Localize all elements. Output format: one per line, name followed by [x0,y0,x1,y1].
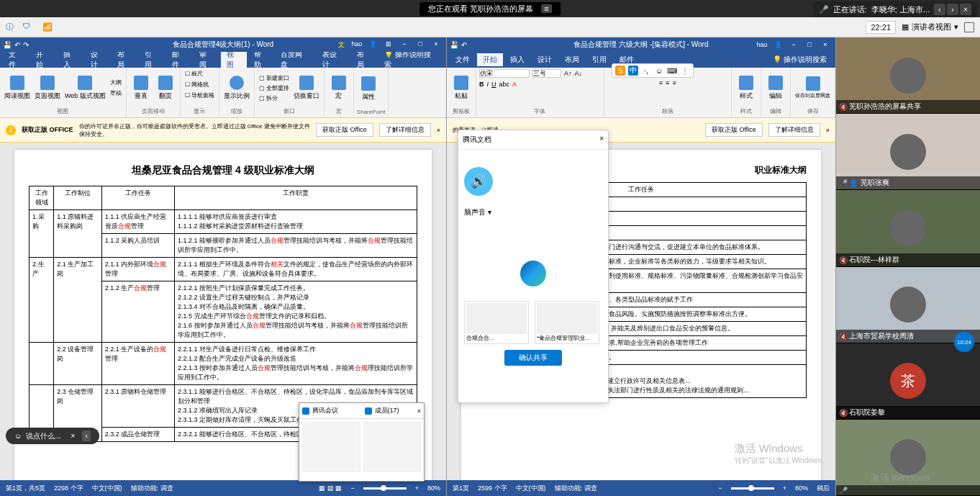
ime-logo-icon[interactable]: S [615,66,625,76]
account-icon[interactable]: 👤 [366,40,380,50]
font-color-icon[interactable]: A [512,81,517,88]
emoji-icon[interactable]: ☺ [14,432,22,440]
close-icon[interactable]: × [417,407,421,415]
macro-button[interactable]: 宏 [327,74,350,102]
italic-icon[interactable]: I [487,81,489,88]
edit-button[interactable]: 编辑 [764,74,787,102]
get-office-button[interactable]: 获取正版 Office [705,123,763,137]
minimize-icon[interactable]: − [786,41,801,48]
redo-icon[interactable]: ↷ [23,41,29,49]
save-icon[interactable]: 💾 [450,41,458,49]
split-button[interactable]: ▢ 拆分 [258,94,291,103]
view-mode-button[interactable]: ▦ 演讲者视图 ▾ [902,22,958,32]
share-thumb-1[interactable]: 合规合合... [464,301,529,344]
learn-more-button[interactable]: 了解详细信息 [768,123,820,137]
get-office-button[interactable]: 获取正版 Office [316,123,373,137]
zoom-level[interactable]: 80% [795,484,808,492]
ruler-checkbox[interactable]: ☐ 标尺 [183,69,204,78]
close-icon[interactable]: × [818,41,832,48]
learn-more-button[interactable]: 了解详细信息 [379,123,431,137]
participant-tile[interactable]: 茶🔇石职院姜黎 [836,343,980,420]
zoom-button[interactable]: 显示比例 [222,74,251,102]
close-warning-icon[interactable]: × [437,127,440,134]
close-warning-icon[interactable]: × [826,127,830,134]
shield-icon[interactable]: 🛡 [22,22,34,33]
participant-tile[interactable]: 🔇石职院---林祥群 [836,190,980,266]
switch-window-button[interactable]: 切换窗口 [292,74,321,102]
prev-speaker-icon[interactable]: ‹ [934,4,945,15]
nav-checkbox[interactable]: ☐ 导航窗格 [183,91,216,100]
property-button[interactable]: 属性 [357,75,380,103]
draft-button[interactable]: 草稿 [109,89,123,98]
font-select[interactable] [479,69,530,78]
font-shrink-icon[interactable]: A↓ [575,70,583,77]
tab-插入[interactable]: 插入 [504,53,530,66]
tab-设计[interactable]: 设计 [532,53,558,66]
align-right-icon[interactable]: ≡ [672,79,676,86]
chat-input-bar[interactable]: ☺ 说点什么... × ‹ [6,428,99,444]
edge-icon[interactable] [520,261,546,287]
page-view-button[interactable]: 页面视图 [33,74,62,102]
ime-punct-icon[interactable]: ·, [641,66,651,76]
word-count[interactable]: 2298 个字 [54,484,83,493]
signal-icon[interactable]: 📶 [42,22,53,32]
vertical-button[interactable]: 垂直 [130,74,153,102]
account-icon[interactable]: 👤 [771,41,785,48]
ime-toolbar[interactable]: S 中 ·, ☺ ⌨ ⋮ [612,63,694,78]
tab-布局[interactable]: 布局 [559,53,585,66]
user-icon[interactable]: hao [755,41,769,48]
close-icon[interactable]: × [429,40,443,50]
align-center-icon[interactable]: ≡ [666,79,669,86]
grid-checkbox[interactable]: ☐ 网格线 [183,80,210,89]
share-thumb-2[interactable]: *食品合规管理职业... [535,301,599,344]
preview-thumb-2[interactable] [363,422,422,472]
tab-开始[interactable]: 开始 [477,53,503,66]
dialog-tab[interactable]: 腾讯文档 [463,135,491,145]
underline-icon[interactable]: U [491,81,496,88]
preview-thumb-1[interactable] [302,422,360,472]
ribbon-options-icon[interactable]: ⊞ [381,40,396,50]
tab-文件[interactable]: 文件 [450,53,476,66]
info-icon[interactable]: ⓘ [6,22,14,32]
outline-button[interactable]: 大纲 [109,78,123,87]
accessibility-indicator[interactable]: 辅助功能: 调查 [131,484,173,493]
participant-tile[interactable]: 🔇上海市贸易学校周清 [836,267,980,343]
fullscreen-icon[interactable] [964,22,974,32]
floating-time-badge[interactable]: 10:24 [954,332,974,352]
ime-more-icon[interactable]: ⋮ [680,66,690,76]
close-icon[interactable]: × [599,135,604,145]
zoom-slider[interactable] [731,487,774,490]
language-indicator[interactable]: 中文(中国) [92,484,122,493]
save-baidu-button[interactable]: 保存到百度网盘 [794,75,832,101]
page-indicator[interactable]: 第1页 [453,484,469,493]
preview-tab-members[interactable]: 成员(17)× [362,403,425,418]
user-icon[interactable]: 文 [334,40,348,50]
language-indicator[interactable]: 中文(中国) [516,484,546,493]
page-indicator[interactable]: 第1页，共5页 [6,484,45,493]
ime-face-icon[interactable]: ☺ [654,66,664,76]
newwin-button[interactable]: ▢ 新建窗口 [258,73,291,83]
align-left-icon[interactable]: ≡ [659,79,663,86]
undo-icon[interactable]: ↶ [461,41,467,49]
close-icon[interactable]: × [960,4,971,15]
participant-tile[interactable]: 🎤 [836,420,980,496]
chat-close-icon[interactable]: × [71,432,76,440]
read-view-button[interactable]: 阅读视图 [3,74,32,102]
view-icons[interactable]: ▦ ▤ ▦ [319,484,342,492]
font-grow-icon[interactable]: A↑ [564,70,572,77]
styles-button[interactable]: 样式 [735,74,758,102]
preview-tab-meeting[interactable]: 腾讯会议 [299,403,362,418]
minimize-icon[interactable]: − [397,40,412,50]
next-speaker-icon[interactable]: › [947,4,958,15]
accessibility-indicator[interactable]: 辅助功能: 调查 [555,484,597,493]
pageflip-button[interactable]: 翻页 [154,74,177,102]
tell-me-search[interactable]: 💡 操作说明搜索 [767,53,832,66]
user2-icon[interactable]: hao [350,40,364,50]
confirm-share-button[interactable]: 确认共享 [504,350,562,366]
topbar-menu-icon[interactable]: ≡ [541,4,551,13]
word-count[interactable]: 2599 个字 [478,484,507,493]
paste-button[interactable]: 粘贴 [450,74,473,102]
participant-tile[interactable]: 🎤👤芜职张爽 [836,114,980,190]
zoom-level[interactable]: 80% [427,484,440,492]
chevron-left-icon[interactable]: ‹ [82,430,90,441]
